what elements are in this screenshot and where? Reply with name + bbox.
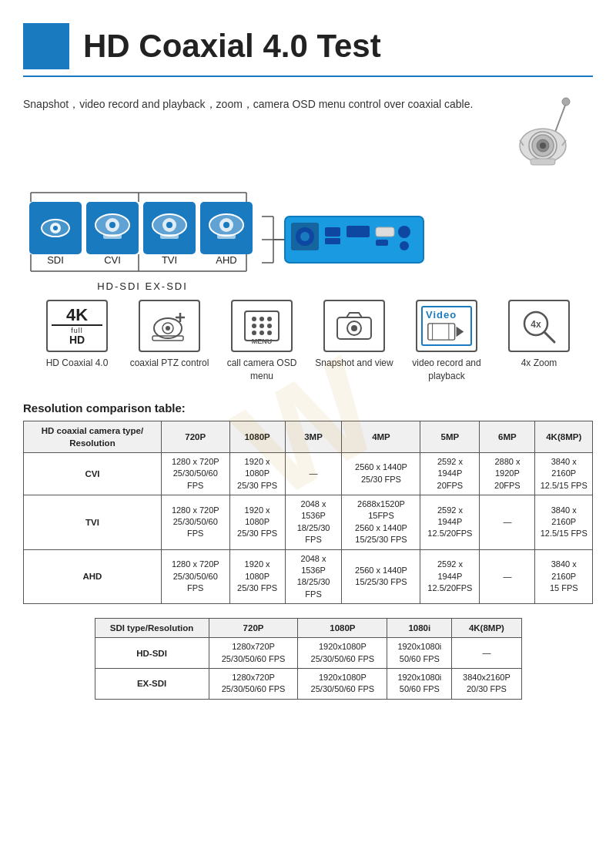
sdi-table-body: HD-SDI1280x720P 25/30/50/60 FPS1920x1080…: [95, 638, 521, 700]
video-badge-icon: Video: [421, 306, 472, 346]
feature-zoom: 4x 4x Zoom: [497, 300, 581, 370]
svg-line-86: [544, 332, 554, 342]
svg-point-35: [223, 222, 229, 228]
svg-rect-57: [376, 227, 394, 237]
table-cell: 1280 x 720P 25/30/50/60 FPS: [161, 495, 229, 549]
svg-text:4x: 4x: [531, 319, 541, 330]
sdi-col-type: SDI type/Resolution: [95, 619, 209, 638]
table-cell: 2592 x 1944P 12.5/20FPS: [420, 549, 480, 604]
main-resolution-table: HD coaxial camera type/ Resolution 720P …: [23, 421, 593, 604]
feature-ptz: coaxial PTZ control: [127, 300, 212, 370]
table-cell: 2560 x 1440P 25/30 FPS: [342, 452, 420, 495]
svg-rect-24: [103, 234, 122, 239]
features-row: 4K full HD HD Coaxial 4.0: [23, 300, 593, 383]
table-cell: 2592 x 1944P 20FPS: [420, 452, 480, 495]
feature-osd: MENU call camera OSD menu: [219, 300, 304, 383]
sdi-table-cell: 1920x1080P 25/30/50/60 FPS: [298, 668, 387, 699]
video-record-svg: [426, 321, 466, 343]
svg-point-63: [166, 326, 170, 331]
svg-point-59: [400, 241, 409, 250]
col-header-4mp: 4MP: [342, 421, 420, 452]
feature-snapshot: Snapshot and view: [312, 300, 397, 370]
osd-feature-svg: MENU: [239, 307, 285, 345]
sdi-table-cell: 1280x720P 25/30/50/60 FPS: [209, 638, 298, 669]
feature-icon-video: Video: [416, 300, 477, 352]
svg-rect-60: [376, 240, 388, 246]
svg-point-1: [562, 98, 570, 106]
table-cell: 1920 x 1080P 25/30 FPS: [229, 452, 285, 495]
svg-text:MENU: MENU: [252, 337, 273, 345]
svg-point-23: [109, 222, 116, 228]
svg-point-18: [53, 226, 58, 230]
table-cell: —: [285, 452, 342, 495]
table-cell: 2880 x 1920P 20FPS: [480, 452, 535, 495]
feature-label-zoom: 4x Zoom: [521, 357, 557, 370]
row-label-cvi: CVI: [24, 452, 162, 495]
connector-area: [262, 186, 593, 292]
table-row: CVI1280 x 720P 25/30/50/60 FPS1920 x 108…: [24, 452, 593, 495]
svg-point-69: [259, 317, 264, 321]
feature-icon-osd: MENU: [231, 300, 293, 352]
table-cell: 1920 x 1080P 25/30 FPS: [229, 495, 285, 549]
table-cell: 2048 x 1536P 18/25/30 FPS: [285, 495, 342, 549]
ptz-camera-svg: [497, 96, 589, 173]
table-cell: —: [480, 549, 535, 604]
header-accent-square: [23, 23, 69, 69]
sdi-table-cell: 3840x2160P 20/30 FPS: [452, 668, 521, 699]
table-cell: 1280 x 720P 25/30/50/60 FPS: [161, 452, 229, 495]
bracket-svg: SDI CVI TVI AHD: [23, 186, 262, 279]
resolution-title: Resolution comparison table:: [23, 401, 593, 415]
table-row: AHD1280 x 720P 25/30/50/60 FPS1920 x 108…: [24, 549, 593, 604]
svg-text:AHD: AHD: [216, 254, 236, 266]
sdi-row-label-exsdi: EX-SDI: [95, 668, 209, 699]
table-cell: —: [480, 495, 535, 549]
svg-point-75: [259, 331, 264, 335]
col-header-3mp: 3MP: [285, 421, 342, 452]
svg-text:TVI: TVI: [162, 254, 177, 266]
svg-marker-82: [457, 327, 464, 337]
camera-icons-section: SDI CVI TVI AHD HD-SDI EX-SDI: [23, 186, 262, 292]
feature-label-ptz: coaxial PTZ control: [130, 357, 209, 370]
svg-point-5: [540, 143, 546, 149]
table-cell: 2592 x 1944P 12.5/20FPS: [420, 495, 480, 549]
feature-label-snapshot: Snapshot and view: [315, 357, 393, 370]
table-cell: 3840 x 2160P 15 FPS: [535, 549, 593, 604]
svg-rect-55: [325, 238, 340, 244]
svg-point-73: [267, 324, 272, 328]
camera-diagram-row: SDI CVI TVI AHD HD-SDI EX-SDI: [23, 186, 593, 292]
feature-icon-snapshot: [323, 300, 385, 352]
svg-text:CVI: CVI: [104, 254, 121, 266]
sdi-col-1080i: 1080i: [387, 619, 452, 638]
row-label-ahd: AHD: [24, 549, 162, 604]
svg-text:SDI: SDI: [47, 254, 64, 266]
svg-point-80: [351, 325, 357, 331]
svg-point-72: [259, 324, 264, 328]
col-header-5mp: 5MP: [420, 421, 480, 452]
table-cell: 2560 x 1440P 15/25/30 FPS: [342, 549, 420, 604]
page-content: HD Coaxial 4.0 Test Snapshot，video recor…: [0, 0, 616, 730]
feature-4k: 4K full HD HD Coaxial 4.0: [35, 300, 119, 370]
sdi-col-1080p: 1080P: [298, 619, 387, 638]
feature-label-4k: HD Coaxial 4.0: [46, 357, 109, 370]
sdi-table-header-row: SDI type/Resolution 720P 1080P 1080i 4K(…: [95, 619, 521, 638]
svg-rect-30: [160, 234, 179, 239]
svg-point-53: [300, 232, 310, 241]
intro-text: Snapshot，video record and playback，zoom，…: [23, 96, 477, 112]
feature-label-osd: call camera OSD menu: [219, 357, 304, 383]
intro-section: Snapshot，video record and playback，zoom，…: [23, 96, 593, 173]
table-cell: 2688x1520P 15FPS 2560 x 1440P 15/25/30 F…: [342, 495, 420, 549]
col-header-type: HD coaxial camera type/ Resolution: [24, 421, 162, 452]
svg-point-68: [252, 317, 256, 321]
feature-label-video: video record and playback: [404, 357, 489, 383]
svg-rect-81: [428, 324, 455, 340]
ptz-camera-image: [493, 96, 593, 173]
table-cell: 1920 x 1080P 25/30 FPS: [229, 549, 285, 604]
svg-point-29: [166, 222, 172, 228]
col-header-4k8mp: 4K(8MP): [535, 421, 593, 452]
svg-rect-36: [217, 234, 236, 239]
svg-point-71: [252, 324, 256, 328]
header: HD Coaxial 4.0 Test: [23, 23, 593, 77]
sdi-table-row: EX-SDI1280x720P 25/30/50/60 FPS1920x1080…: [95, 668, 521, 699]
sdi-row-label-hdsdi: HD-SDI: [95, 638, 209, 669]
ptz-feature-svg: [146, 307, 192, 345]
